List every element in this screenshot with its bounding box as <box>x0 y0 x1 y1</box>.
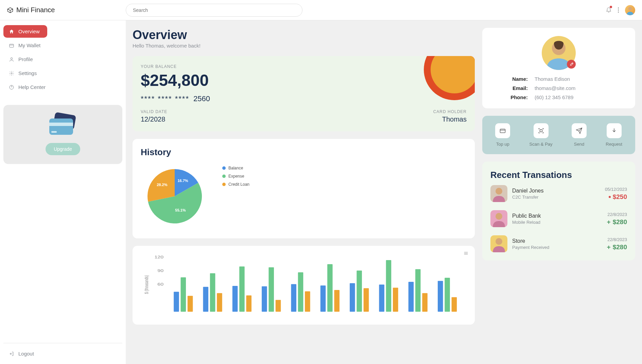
profile-row-phone: Phone: (60) 12 345 6789 <box>497 94 620 100</box>
search-input[interactable] <box>126 4 302 17</box>
bar <box>393 288 398 312</box>
upgrade-button[interactable]: Upgrade <box>46 143 80 155</box>
brand-text: Mini Finance <box>16 6 55 14</box>
svg-point-9 <box>496 238 502 245</box>
card-holder-label: CARD HOLDER <box>433 109 467 114</box>
bar <box>188 296 193 312</box>
user-icon <box>9 57 14 62</box>
balance-amount: $254,800 <box>141 71 467 90</box>
pie-legend: BalanceExpenseCredit Loan <box>222 166 249 187</box>
history-card: History 16.7%55.1%28.2% BalanceExpenseCr… <box>133 139 475 238</box>
legend-item[interactable]: Balance <box>222 166 249 170</box>
bar <box>334 290 340 312</box>
bar <box>409 282 414 312</box>
more-menu-button[interactable] <box>618 7 619 13</box>
profile-phone-value: (60) 12 345 6789 <box>535 94 573 100</box>
user-avatar-small[interactable] <box>625 5 635 15</box>
logout-icon <box>9 351 14 357</box>
avatar-icon <box>625 5 635 15</box>
transaction-amount: $250 <box>605 193 627 201</box>
header: Mini Finance <box>0 0 642 20</box>
bar <box>438 281 443 312</box>
pie-slice-label: 55.1% <box>175 208 186 212</box>
bar <box>291 284 296 312</box>
pie-slice-label: 16.7% <box>177 179 188 183</box>
edit-profile-button[interactable] <box>567 60 576 69</box>
home-icon <box>9 29 14 34</box>
transaction-row[interactable]: Public Bank Mobile Reload 22/8/2023 + $2… <box>490 210 627 227</box>
y-axis-label: $ (thousands) <box>144 275 150 294</box>
bar <box>305 291 310 312</box>
bar <box>445 278 450 312</box>
transaction-date: 05/12/2023 <box>605 187 627 192</box>
transaction-row[interactable]: Store Payment Received 22/8/2023 + $280 <box>490 235 627 252</box>
sidebar-item-settings[interactable]: Settings <box>3 67 122 79</box>
transactions-title: Recent Transations <box>490 170 627 180</box>
transaction-amount: + $280 <box>607 243 627 251</box>
svg-point-0 <box>628 7 632 11</box>
sidebar-item-label: Profile <box>18 56 33 62</box>
bar <box>246 295 251 312</box>
bar-chart-card: 6090120$ (thousands) <box>133 246 475 325</box>
bar <box>239 267 245 312</box>
sidebar-item-help[interactable]: Help Center <box>3 81 122 93</box>
box-icon <box>7 7 14 14</box>
pie-chart: 16.7%55.1%28.2% <box>141 162 209 230</box>
y-tick-label: 60 <box>157 283 163 286</box>
transaction-row[interactable]: Daniel Jones C2C Transfer 05/12/2023 $25… <box>490 185 627 202</box>
legend-item[interactable]: Credit Loan <box>222 182 249 187</box>
profile-email-label: Email: <box>497 85 528 91</box>
balance-card: YOUR BALANCE $254,800 **** **** **** 256… <box>133 56 475 131</box>
y-tick-label: 90 <box>157 269 163 273</box>
avatar-icon <box>490 210 507 227</box>
bar <box>181 277 186 312</box>
transaction-date: 22/8/2023 <box>607 212 627 217</box>
card-last4: 2560 <box>193 94 210 103</box>
bar <box>452 297 457 312</box>
action-scan[interactable]: Scan & Pay <box>530 123 553 147</box>
profile-row-name: Name: Thomas Edison <box>497 76 620 82</box>
profile-card: Name: Thomas Edison Email: thomas@site.c… <box>482 28 635 108</box>
action-label: Request <box>606 142 622 147</box>
edit-icon <box>569 62 574 67</box>
svg-point-3 <box>11 73 12 74</box>
bar <box>350 283 355 312</box>
bar <box>262 286 267 312</box>
bar <box>327 264 333 312</box>
upgrade-card: Upgrade <box>3 105 122 164</box>
transaction-desc: C2C Transfer <box>512 195 600 200</box>
brand-logo[interactable]: Mini Finance <box>7 6 122 14</box>
profile-email-value: thomas@site.com <box>535 85 575 91</box>
logout-button[interactable]: Logout <box>3 348 122 359</box>
chart-menu-button[interactable] <box>463 251 469 257</box>
page-title: Overview <box>133 28 475 42</box>
notifications-button[interactable] <box>606 6 612 14</box>
legend-item[interactable]: Expense <box>222 174 249 179</box>
transaction-date: 22/8/2023 <box>607 237 627 242</box>
credit-card-icon <box>49 114 76 138</box>
transaction-name: Public Bank <box>512 213 602 219</box>
bar <box>415 269 421 312</box>
sidebar-item-overview[interactable]: Overview <box>3 25 47 38</box>
transaction-name: Daniel Jones <box>512 188 600 194</box>
card-number: **** **** **** 2560 <box>141 94 467 103</box>
quick-actions-card: Top up Scan & Pay Send Request <box>482 116 635 154</box>
sidebar-item-profile[interactable]: Profile <box>3 53 122 66</box>
sidebar-item-wallet[interactable]: My Wallet <box>3 39 122 52</box>
profile-name-value: Thomas Edison <box>535 76 570 82</box>
profile-phone-label: Phone: <box>497 94 528 100</box>
main-content: Overview Hello Thomas, welcome back! YOU… <box>126 20 642 364</box>
action-topup[interactable]: Top up <box>495 123 510 147</box>
legend-label: Credit Loan <box>228 182 249 187</box>
legend-dot <box>222 183 226 186</box>
bar <box>298 272 303 312</box>
sidebar-item-label: Overview <box>18 29 40 34</box>
svg-rect-6 <box>500 129 505 133</box>
action-request[interactable]: Request <box>606 123 622 147</box>
scan-icon <box>538 127 544 134</box>
action-send[interactable]: Send <box>572 123 587 147</box>
balance-label: YOUR BALANCE <box>141 64 467 69</box>
bar <box>364 288 369 312</box>
bar <box>276 300 281 312</box>
profile-name-label: Name: <box>497 76 528 82</box>
